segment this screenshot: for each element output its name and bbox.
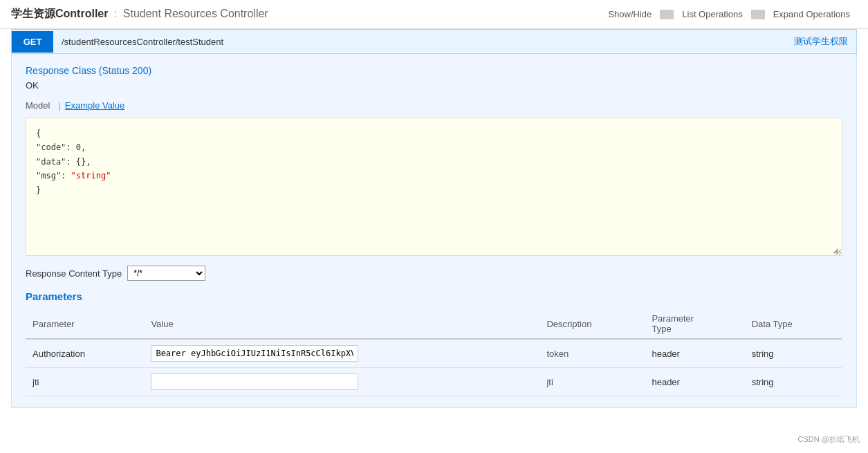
response-content-type-select[interactable]: */* application/json text/plain (127, 266, 205, 281)
title-chinese: 学生资源Controller (11, 8, 108, 19)
param-data-type: string (745, 339, 842, 368)
param-value-input-1[interactable] (151, 373, 358, 390)
table-row: Authorizationtokenheaderstring (26, 339, 842, 368)
parameters-table: Parameter Value Description ParameterTyp… (26, 309, 842, 396)
code-line-5: } (36, 183, 832, 197)
method-badge: GET (12, 31, 53, 53)
code-box: { "code": 0, "data": {}, "msg": "string"… (26, 118, 842, 256)
section-container: Response Class (Status 200) OK Model | E… (11, 54, 857, 408)
table-header-row: Parameter Value Description ParameterTyp… (26, 309, 842, 339)
param-name: Authorization (26, 339, 144, 368)
example-value-tab[interactable]: Example Value (65, 99, 129, 112)
divider1 (660, 10, 674, 19)
resize-handle: ◢ (833, 246, 841, 255)
col-parameter-type: ParameterType (645, 309, 744, 339)
code-line-1: { (36, 127, 832, 140)
param-value-cell (144, 339, 539, 368)
header-actions: Show/Hide List Operations Expand Operati… (601, 9, 857, 19)
main-content: GET /studentResourcesController/testStud… (0, 29, 868, 419)
model-tab-separator: | (58, 100, 60, 111)
title-english: Student Resources Controller (123, 8, 268, 19)
table-row: jtijtiheaderstring (26, 368, 842, 396)
col-description: Description (539, 309, 645, 339)
model-tabs: Model | Example Value (26, 99, 842, 112)
code-line-4: "msg": "string" (36, 169, 832, 183)
col-value: Value (144, 309, 539, 339)
param-description: token (539, 339, 645, 368)
endpoint-path: /studentResourcesController/testStudent (53, 31, 786, 53)
code-line-2: "code": 0, (36, 140, 832, 154)
param-value-input-0[interactable] (151, 345, 358, 362)
col-parameter: Parameter (26, 309, 144, 339)
parameters-title: Parameters (26, 290, 842, 302)
show-hide-action[interactable]: Show/Hide (601, 9, 658, 19)
model-tab[interactable]: Model (26, 99, 54, 112)
list-operations-action[interactable]: List Operations (675, 9, 749, 19)
response-ok: OK (26, 80, 842, 91)
endpoint-bar: GET /studentResourcesController/testStud… (11, 29, 857, 54)
page-header: 学生资源Controller : Student Resources Contr… (0, 0, 868, 29)
response-content-type-label: Response Content Type (26, 268, 122, 279)
col-data-type: Data Type (745, 309, 842, 339)
param-data-type: string (745, 368, 842, 396)
param-name: jti (26, 368, 144, 396)
param-description: jti (539, 368, 645, 396)
code-box-wrapper: { "code": 0, "data": {}, "msg": "string"… (26, 118, 842, 256)
expand-operations-action[interactable]: Expand Operations (766, 9, 857, 19)
endpoint-action[interactable]: 测试学生权限 (786, 30, 856, 53)
response-class-title: Response Class (Status 200) (26, 65, 842, 76)
response-content-type: Response Content Type */* application/js… (26, 266, 842, 281)
param-value-cell (144, 368, 539, 396)
page-title: 学生资源Controller : Student Resources Contr… (11, 7, 268, 21)
divider2 (751, 10, 765, 19)
code-line-3: "data": {}, (36, 155, 832, 169)
param-type: header (645, 368, 744, 396)
title-separator: : (114, 8, 120, 19)
param-type: header (645, 339, 744, 368)
